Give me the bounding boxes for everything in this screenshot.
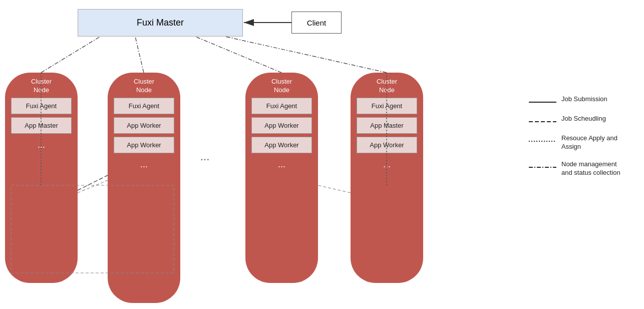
svg-line-7 <box>135 37 144 73</box>
fuxi-master-box: Fuxi Master <box>78 9 243 37</box>
legend-item-resource: Resouce Apply and Assign <box>529 134 629 151</box>
fuxi-agent-4: Fuxi Agent <box>357 98 417 114</box>
svg-line-15 <box>318 185 351 193</box>
ellipsis-2: ... <box>108 156 180 175</box>
cluster-node-3-label: ClusterNode <box>245 73 318 95</box>
svg-line-8 <box>195 37 281 73</box>
cluster-node-3: ClusterNode Fuxi Agent App Worker App Wo… <box>245 73 318 283</box>
svg-line-9 <box>225 37 387 73</box>
ellipsis-1: ... <box>5 137 78 155</box>
svg-line-6 <box>41 37 100 73</box>
app-master-1: App Master <box>11 117 72 134</box>
cluster-node-2-label: ClusterNode <box>108 73 180 95</box>
legend-label-scheduling: Job Scheudling <box>561 115 606 123</box>
diagram-container: Fuxi Master Client ClusterNode Fuxi Agen… <box>0 0 644 309</box>
app-worker-3b: App Worker <box>251 137 312 153</box>
fuxi-agent-3: Fuxi Agent <box>251 98 312 114</box>
fuxi-agent-1: Fuxi Agent <box>11 98 72 114</box>
middle-ellipsis: ... <box>200 150 209 163</box>
fuxi-agent-2: Fuxi Agent <box>114 98 174 114</box>
app-worker-3a: App Worker <box>251 117 312 134</box>
dotted-line-icon <box>529 138 556 145</box>
legend-item-submission: Job Submission <box>529 95 629 106</box>
client-box: Client <box>291 12 342 34</box>
legend-item-scheduling: Job Scheudling <box>529 115 629 125</box>
cluster-node-2: ClusterNode Fuxi Agent App Worker App Wo… <box>108 73 180 303</box>
fuxi-master-label: Fuxi Master <box>137 18 184 28</box>
dashed-line-icon <box>529 118 556 125</box>
cluster-node-4: ClusterNode Fuxi Agent App Master App Wo… <box>351 73 423 283</box>
app-worker-2b: App Worker <box>114 137 174 153</box>
legend-label-submission: Job Submission <box>561 95 607 104</box>
cluster-node-1-label: ClusterNode <box>5 73 78 95</box>
legend-label-resource: Resouce Apply and Assign <box>561 134 629 151</box>
cluster-node-4-label: ClusterNode <box>351 73 423 95</box>
solid-line-icon <box>529 99 556 106</box>
client-label: Client <box>307 19 326 27</box>
legend-item-node-mgmt: Node management and status collection <box>529 160 629 177</box>
ellipsis-3: ... <box>245 156 318 175</box>
dashdot-line-icon <box>529 164 556 171</box>
app-worker-4: App Worker <box>357 137 417 153</box>
svg-line-10 <box>78 175 108 190</box>
cluster-node-1: ClusterNode Fuxi Agent App Master ... <box>5 73 78 283</box>
legend: Job Submission Job Scheudling Resouce Ap… <box>529 95 629 186</box>
app-worker-2a: App Worker <box>114 117 174 134</box>
ellipsis-4: ... <box>351 156 423 175</box>
svg-line-14 <box>78 180 108 193</box>
legend-label-node-mgmt: Node management and status collection <box>561 160 629 177</box>
app-master-4: App Master <box>357 117 417 134</box>
